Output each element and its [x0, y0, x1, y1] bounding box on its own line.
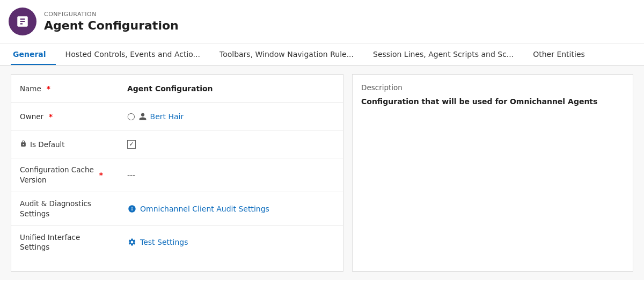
- field-row-name: Name * Agent Configuration: [11, 75, 343, 103]
- label-text-owner: Owner: [20, 112, 43, 121]
- description-panel: Description Configuration that will be u…: [352, 74, 633, 272]
- tab-hosted-controls[interactable]: Hosted Controls, Events and Actio...: [56, 43, 210, 65]
- field-row-owner: Owner * ◯ Bert Hair: [11, 103, 343, 130]
- field-row-is-default: Is Default ✓: [11, 130, 343, 158]
- label-text-config-cache: Configuration CacheVersion: [20, 165, 94, 185]
- form-panel: Name * Agent Configuration Owner * ◯ Ber…: [11, 74, 343, 272]
- page-icon: [9, 8, 36, 35]
- label-text-name: Name: [20, 84, 41, 93]
- label-text-unified: Unified InterfaceSettings: [20, 232, 80, 253]
- tab-session-lines[interactable]: Session Lines, Agent Scripts and Sc...: [363, 43, 523, 65]
- audit-link-text: Omnichannel Client Audit Settings: [140, 205, 269, 213]
- field-row-unified: Unified InterfaceSettings Test Settings: [11, 226, 343, 259]
- unified-link-icon: [127, 237, 137, 247]
- field-label-owner: Owner *: [20, 112, 127, 121]
- field-row-config-cache: Configuration CacheVersion * ---: [11, 158, 343, 192]
- required-indicator-name: *: [47, 84, 50, 93]
- tab-toolbars[interactable]: Toolbars, Window Navigation Rule...: [210, 43, 363, 65]
- field-label-name: Name *: [20, 84, 127, 93]
- field-label-audit: Audit & DiagnosticsSettings: [20, 199, 127, 219]
- field-label-is-default: Is Default: [20, 140, 127, 149]
- header-title: Agent Configuration: [44, 19, 179, 32]
- required-indicator-owner: *: [49, 112, 53, 121]
- lock-icon: [20, 140, 27, 149]
- field-value-config-cache: ---: [127, 171, 334, 179]
- tab-other-entities[interactable]: Other Entities: [523, 43, 595, 65]
- field-value-audit: Omnichannel Client Audit Settings: [127, 204, 334, 214]
- field-value-is-default: ✓: [127, 140, 334, 149]
- owner-name[interactable]: Bert Hair: [150, 112, 184, 121]
- audit-link[interactable]: Omnichannel Client Audit Settings: [127, 204, 334, 214]
- field-label-unified: Unified InterfaceSettings: [20, 232, 127, 253]
- tab-bar: General Hosted Controls, Events and Acti…: [0, 43, 644, 65]
- description-value: Configuration that will be used for Omni…: [361, 97, 624, 106]
- audit-link-icon: [127, 204, 137, 214]
- label-text-audit: Audit & DiagnosticsSettings: [20, 199, 91, 219]
- field-value-owner: ◯ Bert Hair: [127, 112, 334, 121]
- field-row-audit: Audit & DiagnosticsSettings Omnichannel …: [11, 192, 343, 226]
- owner-system-icon: ◯: [127, 112, 135, 120]
- field-value-unified: Test Settings: [127, 237, 334, 247]
- unified-link[interactable]: Test Settings: [127, 237, 334, 247]
- header-text: CONFIGURATION Agent Configuration: [44, 11, 179, 32]
- label-text-is-default: Is Default: [30, 140, 65, 149]
- field-value-name: Agent Configuration: [127, 84, 334, 93]
- owner-value: ◯ Bert Hair: [127, 112, 334, 121]
- owner-person-icon: [138, 112, 147, 121]
- unified-link-text: Test Settings: [140, 238, 188, 246]
- required-indicator-config-cache: *: [99, 171, 103, 179]
- is-default-checkbox[interactable]: ✓: [127, 140, 334, 149]
- field-label-config-cache: Configuration CacheVersion *: [20, 165, 127, 185]
- page-header: CONFIGURATION Agent Configuration: [0, 0, 644, 43]
- config-icon: [16, 14, 30, 28]
- tab-general[interactable]: General: [11, 43, 56, 65]
- header-subtitle: CONFIGURATION: [44, 11, 179, 18]
- checkbox-checkmark: ✓: [127, 140, 136, 149]
- main-content: Name * Agent Configuration Owner * ◯ Ber…: [0, 65, 644, 280]
- description-label: Description: [361, 83, 624, 92]
